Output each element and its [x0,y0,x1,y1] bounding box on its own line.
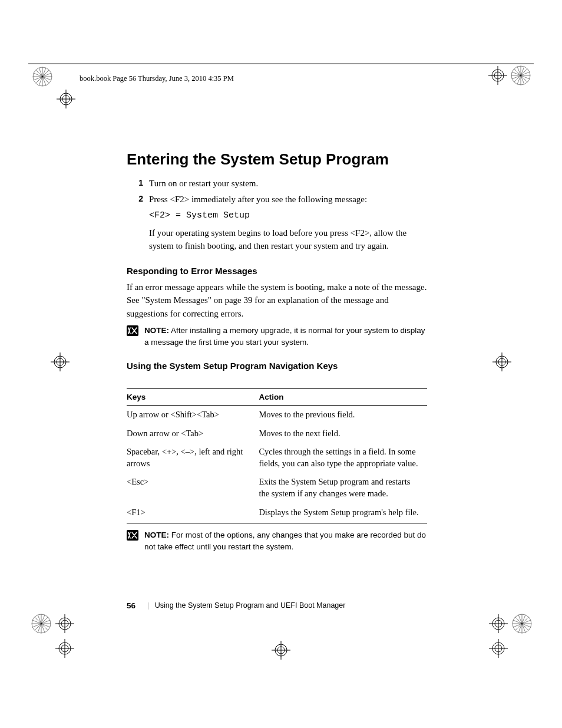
print-page: book.book Page 56 Thursday, June 3, 2010… [0,0,562,728]
svg-rect-15 [127,530,138,541]
chapter-title: Using the System Setup Program and UEFI … [155,601,346,610]
note-block: NOTE: For most of the options, any chang… [127,529,427,552]
note-icon [127,530,138,541]
note-text: NOTE: After installing a memory upgrade,… [144,325,427,348]
table-row: Spacebar, <+>, <–>, left and right arrow… [127,443,427,473]
page-number: 56 [127,601,135,610]
step-body: Turn on or restart your system. [149,177,427,190]
step-item: 2 Press <F2> immediately after you see t… [127,193,427,253]
note-text: NOTE: For most of the options, any chang… [144,529,427,552]
note-body: After installing a memory upgrade, it is… [144,326,425,347]
note-icon [127,325,138,336]
cell-keys: Down arrow or <Tab> [127,424,259,443]
step-after-text: If your operating system begins to load … [149,226,427,253]
cell-action: Exits the System Setup program and resta… [259,473,427,503]
step-list: 1 Turn on or restart your system. 2 Pres… [127,177,427,253]
cell-action: Cycles through the settings in a field. … [259,443,427,473]
code-line: <F2> = System Setup [149,209,427,223]
paragraph: If an error message appears while the sy… [127,281,427,321]
cell-keys: <F1> [127,503,259,523]
heading-1: Entering the System Setup Program [127,150,427,169]
col-action: Action [259,389,427,406]
step-body: Press <F2> immediately after you see the… [149,193,427,253]
cell-action: Moves to the previous field. [259,406,427,424]
table-row: <Esc> Exits the System Setup program and… [127,473,427,503]
col-keys: Keys [127,389,259,406]
cell-keys: <Esc> [127,473,259,503]
note-body: For most of the options, any changes tha… [144,531,426,551]
cell-action: Displays the System Setup program's help… [259,503,427,523]
footer-separator: | [147,601,149,610]
note-label: NOTE: [144,531,169,539]
running-header: book.book Page 56 Thursday, June 3, 2010… [80,74,234,83]
table-row: <F1> Displays the System Setup program's… [127,503,427,523]
nav-keys-table: Keys Action Up arrow or <Shift><Tab> Mov… [127,388,427,523]
cell-keys: Up arrow or <Shift><Tab> [127,406,259,424]
page-footer: 56 | Using the System Setup Program and … [127,601,345,610]
step-number: 2 [127,193,149,253]
table-row: Down arrow or <Tab> Moves to the next fi… [127,424,427,443]
table-header-row: Keys Action [127,389,427,406]
step-number: 1 [127,177,149,190]
step-text: Press <F2> immediately after you see the… [149,193,427,206]
note-label: NOTE: [144,326,169,335]
heading-2: Responding to Error Messages [127,266,427,276]
cell-keys: Spacebar, <+>, <–>, left and right arrow… [127,443,259,473]
heading-2: Using the System Setup Program Navigatio… [127,361,427,371]
table-row: Up arrow or <Shift><Tab> Moves to the pr… [127,406,427,424]
svg-rect-14 [127,325,138,336]
cell-action: Moves to the next field. [259,424,427,443]
step-item: 1 Turn on or restart your system. [127,177,427,190]
page-content: Entering the System Setup Program 1 Turn… [127,150,427,552]
note-block: NOTE: After installing a memory upgrade,… [127,325,427,348]
